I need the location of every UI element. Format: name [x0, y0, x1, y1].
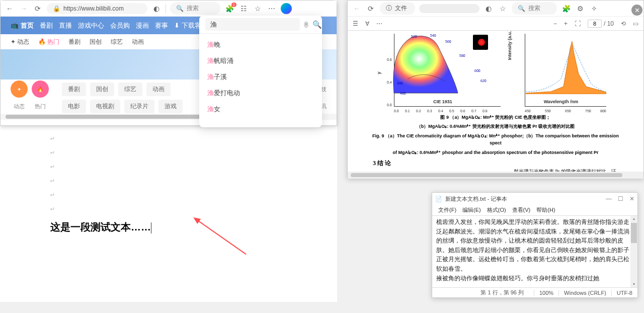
read-aloud-icon[interactable]: ☷: [238, 4, 249, 14]
hot-circle-button[interactable]: 🔥: [32, 81, 49, 98]
copilot-icon[interactable]: [281, 3, 292, 14]
favorites-icon[interactable]: ☆: [498, 4, 508, 14]
performance-icon[interactable]: ⚙: [575, 4, 585, 14]
back-button[interactable]: ←: [352, 4, 362, 14]
nav-match[interactable]: 赛事: [155, 21, 168, 30]
suggestion-item[interactable]: 渔子溪: [199, 69, 322, 85]
more-icon[interactable]: ⋯: [267, 4, 277, 14]
scrollbar-thumb[interactable]: [6, 115, 217, 119]
nav-live[interactable]: 直播: [59, 21, 72, 30]
cat-anime[interactable]: 动画: [146, 83, 171, 96]
rotate-icon[interactable]: ⟲: [621, 20, 626, 27]
layout-icon[interactable]: ▭: [633, 20, 638, 27]
scrollbar-thumb[interactable]: [631, 223, 637, 243]
clear-icon[interactable]: ✕: [304, 21, 308, 28]
suggestion-item[interactable]: 渔女: [199, 101, 322, 117]
bilibili-header: 📺 首页 番剧 直播 游戏中心 会员购 漫画 赛事 ⬇ 下载客户端 ✕ 🔍 渔晚…: [1, 17, 337, 34]
nav-game[interactable]: 游戏中心: [78, 21, 104, 30]
notepad-window: 📄 新建文本文档.txt - 记事本 — ☐ ✕ 文件(F) 编辑(E) 格式(…: [432, 192, 638, 298]
paragraph-mark: ↵: [50, 145, 287, 159]
dynamic-circle-button[interactable]: ✦: [11, 81, 28, 98]
suggestion-item[interactable]: 渔晚: [199, 37, 322, 53]
maximize-button[interactable]: ☐: [618, 195, 623, 202]
cat-game[interactable]: 游戏: [158, 100, 183, 113]
close-button[interactable]: ✕: [631, 5, 642, 16]
subnav-item[interactable]: 国创: [90, 38, 102, 46]
paragraph-mark: ↵: [50, 187, 287, 201]
browser-search-field[interactable]: 🔍 搜索: [170, 2, 220, 15]
cat-movie[interactable]: 电影: [62, 100, 86, 113]
x-axis-label: Wavelength /nm: [511, 99, 611, 104]
cat-variety[interactable]: 综艺: [118, 83, 142, 96]
window-title: 新建文本文档.txt - 记事本: [445, 195, 507, 203]
notepad-text: 梳齿滑入发丝，你闻见晚风里浮动的茉莉香波。散落的青丝随你指尖游走泛起粼粼波光。潮…: [436, 218, 629, 282]
vertical-scrollbar[interactable]: ▴ ▾: [630, 216, 637, 287]
more-icon[interactable]: ✧: [589, 4, 599, 14]
suggestion-item[interactable]: 渔爱打电动: [199, 85, 322, 101]
suggestion-item[interactable]: 渔帆暗涌: [199, 53, 322, 69]
menu-file[interactable]: 文件(F): [436, 205, 458, 215]
draw-icon[interactable]: ∀: [365, 20, 369, 27]
page-input[interactable]: [588, 20, 602, 28]
scroll-down-icon[interactable]: ▾: [631, 281, 637, 287]
browser-window-bilibili: ← → ⟳ 🔒 https://www.bilibili.com ◐ 🔍 搜索 …: [0, 0, 337, 126]
url-field[interactable]: 🔒 https://www.bilibili.com: [47, 3, 147, 14]
subnav-item[interactable]: 番剧: [68, 38, 80, 46]
browser-search-field[interactable]: 🔍 搜索: [512, 2, 557, 15]
editor-text-line[interactable]: 这是一段测试文本……: [50, 220, 287, 234]
extension-button[interactable]: 🧩: [561, 4, 571, 14]
menu-edit[interactable]: 编辑(E): [460, 205, 483, 215]
paragraph-text: 射光谱与光敏色素 Pr 的吸收光谱进行对比，证: [514, 168, 623, 172]
zoom-out-button[interactable]: −: [553, 20, 557, 27]
menu-help[interactable]: 帮助(H): [534, 205, 557, 215]
cat-bangumi[interactable]: 番剧: [62, 83, 86, 96]
contents-icon[interactable]: ☰: [353, 20, 358, 27]
horizontal-scrollbar[interactable]: [348, 172, 643, 179]
scrollbar-thumb[interactable]: [351, 173, 622, 177]
more-tools-icon[interactable]: ⋯: [376, 20, 382, 27]
bilibili-logo[interactable]: 📺 首页: [11, 21, 34, 30]
forward-button[interactable]: →: [19, 4, 29, 14]
nav-bangumi[interactable]: 番剧: [40, 21, 53, 30]
zoom-in-button[interactable]: +: [564, 20, 568, 27]
browser-window-pdf: ← ⟳ ⓘ 文件 ◐ ☆ 🔍 搜索 🧩 ⚙ ✧ ☰ ∀ ⋯ − + ⛶ / 10…: [347, 0, 644, 179]
menu-view[interactable]: 查看(V): [510, 205, 533, 215]
subnav-item[interactable]: 综艺: [111, 38, 123, 46]
edge-indicator-icon[interactable]: ◐: [484, 4, 494, 14]
subnav-hot[interactable]: 🔥 热门: [38, 38, 59, 46]
y-axis-label: y: [376, 71, 381, 74]
subnav-item[interactable]: 动画: [132, 38, 144, 46]
nav-manga[interactable]: 漫画: [136, 21, 149, 30]
address-bar-pdf: ← ⟳ ⓘ 文件 ◐ ☆ 🔍 搜索 🧩 ⚙ ✧: [348, 1, 643, 17]
menu-format[interactable]: 格式(O): [485, 205, 508, 215]
search-submit-icon[interactable]: 🔍: [312, 20, 322, 29]
cat-tv[interactable]: 电视剧: [90, 100, 120, 113]
edge-indicator-icon[interactable]: ◐: [151, 4, 162, 14]
text-cursor: [151, 222, 151, 233]
nav-vipbuy[interactable]: 会员购: [110, 21, 130, 30]
notepad-titlebar[interactable]: 📄 新建文本文档.txt - 记事本 — ☐ ✕: [432, 193, 637, 205]
notepad-textarea[interactable]: 梳齿滑入发丝，你闻见晚风里浮动的茉莉香波。散落的青丝随你指尖游走泛起粼粼波光。潮…: [432, 216, 637, 287]
pdf-content[interactable]: y 0.00.10.20.30.40.50.60.70.8 0.00.40.8 …: [348, 31, 643, 172]
word-editor-canvas[interactable]: ↵ ↵ ↵ ↵ ↵ ↵ 这是一段测试文本……: [0, 126, 337, 302]
fit-page-icon[interactable]: ⛶: [575, 20, 581, 27]
bilibili-search-input[interactable]: [205, 18, 300, 31]
close-button[interactable]: ✕: [629, 195, 634, 202]
status-encoding: UTF-8: [611, 290, 637, 296]
refresh-button[interactable]: ⟳: [33, 4, 43, 14]
figure-caption-cn: 图 9 （a）MgAl₂O₄: Mn⁴⁺ 荧光粉的 CIE 色度坐标图；: [368, 114, 623, 121]
favorites-icon[interactable]: ☆: [253, 4, 263, 14]
minimize-button[interactable]: —: [606, 195, 612, 202]
page-indicator: / 10: [588, 20, 614, 28]
refresh-button[interactable]: ⟳: [366, 4, 376, 14]
subnav-dynamic[interactable]: ✦ 动态: [11, 38, 29, 46]
scroll-up-icon[interactable]: ▴: [631, 216, 637, 222]
cat-guochuang[interactable]: 国创: [90, 83, 114, 96]
cat-doc[interactable]: 纪录片: [124, 100, 154, 113]
page-total: / 10: [604, 20, 614, 27]
extension-button[interactable]: 🧩1: [224, 4, 234, 14]
search-input-row: ✕ 🔍: [199, 16, 322, 34]
back-button[interactable]: ←: [5, 4, 15, 14]
file-indicator[interactable]: ⓘ 文件: [380, 2, 415, 15]
paragraph-mark: ↵: [50, 131, 287, 145]
